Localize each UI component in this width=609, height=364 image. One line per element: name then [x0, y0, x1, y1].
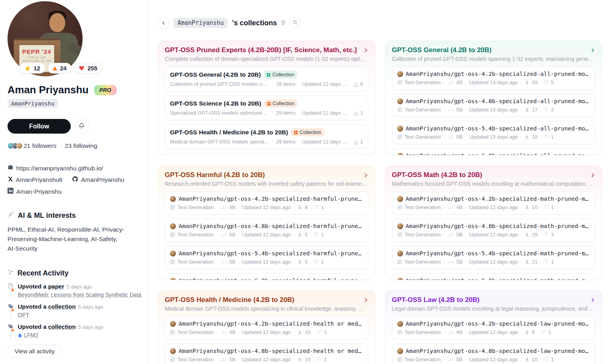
follow-button[interactable]: Follow [8, 119, 71, 134]
chevron-right-icon[interactable] [590, 48, 595, 53]
download-icon [297, 357, 302, 362]
model-params-icon: .:: [447, 330, 454, 335]
subcollection-row[interactable]: GPT-OSS General (4.2B to 20B)CollectionC… [165, 66, 368, 91]
back-button[interactable] [158, 17, 169, 28]
model-row[interactable]: AmanPriyanshu/gpt-oss-4.2b-specialized-m… [392, 191, 596, 215]
model-updated: Updated 12 days ago [242, 259, 291, 265]
chevron-right-icon[interactable] [363, 48, 368, 53]
activity-target-link[interactable]: BeyondWeb: Lessons from Scaling Syntheti… [18, 292, 142, 298]
follower-avatars [8, 143, 21, 149]
model-downloads: 18 [532, 134, 537, 140]
collections-count: 9 [281, 19, 285, 27]
model-downloads: 10 [532, 204, 537, 210]
activity-action-link[interactable]: collection [48, 323, 76, 330]
collection-card-description: Collection of pruned GPT-OSS models span… [392, 56, 596, 62]
download-icon [524, 232, 530, 237]
model-downloads: 59 [532, 79, 537, 85]
collection-grid-icon [294, 131, 298, 134]
model-downloads: 29 [532, 232, 537, 238]
pro-badge[interactable]: PRO [94, 85, 116, 95]
model-params-icon: .:: [447, 232, 454, 237]
model-owner-avatar [397, 71, 403, 77]
username-chip[interactable]: AmanPriyanshu [8, 99, 58, 108]
model-owner-avatar [170, 348, 176, 354]
collection-card[interactable]: GPT-OSS Harmful (4.2B to 20B)Research-or… [158, 166, 375, 280]
subcollection-item-count: 29 items [276, 139, 296, 145]
linkedin-handle[interactable]: Aman-Priyanshu [16, 188, 62, 195]
model-row[interactable]: AmanPriyanshu/gpt-oss-5.4b-specialized-a… [392, 121, 596, 144]
subcollection-row[interactable] [165, 153, 368, 155]
collection-card[interactable]: GPT-OSS Health / Medicine (4.2B to 20B)M… [158, 290, 375, 364]
collection-card-description: Legal domain GPT-OSS models excelling at… [392, 306, 596, 312]
collection-card[interactable]: GPT-OSS Math (4.2B to 20B)Mathematics-fo… [385, 166, 602, 280]
text-generation-task-icon [397, 232, 402, 237]
download-icon [297, 232, 302, 237]
model-row[interactable]: AmanPriyanshu/gpt-oss-4.8b-specialized-a… [392, 94, 596, 117]
chevron-right-icon[interactable] [590, 173, 595, 178]
model-owner-avatar [397, 278, 403, 281]
activity-action-link[interactable]: collection [48, 303, 76, 310]
model-row[interactable]: AmanPriyanshu/gpt-oss-4.2b-specialized-a… [392, 66, 596, 90]
activity-target-link[interactable]: LFM2 [18, 332, 140, 338]
header-username-chip[interactable]: AmanPriyanshu [173, 18, 228, 28]
upvote-outline-icon: △ [354, 139, 358, 145]
collection-card-title[interactable]: GPT-OSS Pruned Experts (4.2B-20B) [IF, S… [165, 46, 357, 54]
following-count[interactable]: 23 following [65, 142, 97, 149]
profile-stat-pill[interactable]: 255 [74, 63, 102, 74]
model-downloads: 10 [532, 356, 537, 362]
followers-count[interactable]: 21 followers [24, 142, 57, 149]
model-row[interactable]: AmanPriyanshu/gpt-oss-6.0b-specialized-m… [392, 273, 596, 280]
clap-icon [25, 65, 31, 72]
subcollection-description: Collection of pruned GPT-OSS models spa… [170, 81, 270, 87]
chevron-right-icon[interactable] [363, 298, 368, 303]
model-row[interactable]: AmanPriyanshu/gpt-oss-6.0b-specialized-h… [165, 273, 368, 280]
profile-stat-pill[interactable]: 24 [47, 63, 72, 74]
model-row[interactable]: AmanPriyanshu/gpt-oss-4.8b-specialized-h… [165, 343, 368, 364]
model-row[interactable]: AmanPriyanshu/gpt-oss-4.8b-specialized-m… [392, 219, 596, 242]
subcollection-row[interactable]: GPT-OSS Health / Medicine (4.2B to 20B)C… [165, 124, 368, 149]
download-icon [524, 259, 530, 264]
model-row[interactable]: AmanPriyanshu/gpt-oss-5.4b-specialized-h… [165, 246, 368, 269]
model-row[interactable]: AmanPriyanshu/gpt-oss-4.8b-specialized-l… [392, 343, 596, 364]
collection-card-title[interactable]: GPT-OSS Health / Medicine (4.2B to 20B) [165, 296, 294, 304]
chevron-right-icon[interactable] [590, 298, 595, 303]
collection-card-title[interactable]: GPT-OSS Law (4.2B to 20B) [392, 296, 480, 304]
linkedin-icon [8, 188, 13, 195]
model-size: 4B [229, 204, 236, 210]
model-row[interactable]: AmanPriyanshu/gpt-oss-4.8b-specialized-h… [165, 219, 368, 242]
model-size: 4B [229, 329, 236, 335]
download-icon [297, 259, 302, 264]
collection-card-description: Complete collection of domain-specialize… [165, 56, 368, 62]
subcollection-row[interactable]: GPT-OSS Science (4.2B to 20B)CollectionS… [165, 95, 368, 120]
model-owner-avatar [397, 196, 403, 202]
collection-card-title[interactable]: GPT-OSS Math (4.2B to 20B) [392, 171, 483, 179]
profile-name: Aman Priyanshu [8, 84, 89, 96]
model-owner-avatar [397, 321, 403, 327]
search-button[interactable] [289, 17, 300, 28]
twitter-handle[interactable]: AmanPriyanshu6 [16, 176, 62, 183]
activity-target-link[interactable]: OPT [18, 312, 140, 318]
notification-bell-button[interactable] [74, 119, 89, 134]
model-row[interactable]: AmanPriyanshu/gpt-oss-5.4b-specialized-m… [392, 246, 596, 269]
model-row[interactable]: AmanPriyanshu/gpt-oss-4.2b-specialized-l… [392, 316, 596, 339]
collection-card[interactable]: GPT-OSS Pruned Experts (4.2B-20B) [IF, S… [158, 41, 375, 155]
activity-action-link[interactable]: paper [48, 283, 64, 290]
model-row[interactable]: AmanPriyanshu/gpt-oss-6.0b-specialized-a… [392, 148, 596, 155]
upvote-triangle-icon [53, 66, 57, 70]
profile-stat-pill[interactable]: 12 [19, 63, 45, 74]
collection-card-title[interactable]: GPT-OSS Harmful (4.2B to 20B) [165, 171, 265, 179]
collection-card[interactable]: GPT-OSS Law (4.2B to 20B)Legal domain GP… [385, 290, 602, 364]
view-all-activity-button[interactable]: View all activity [8, 345, 62, 358]
website-link[interactable]: https://amanpriyanshu.github.io/ [16, 165, 103, 172]
model-row[interactable]: AmanPriyanshu/gpt-oss-4.2b-specialized-h… [165, 316, 368, 339]
collection-card-title[interactable]: GPT-OSS General (4.2B to 20B) [392, 46, 492, 54]
model-name: AmanPriyanshu/gpt-oss-6.0b-specialized-a… [406, 153, 590, 155]
collection-card[interactable]: GPT-OSS General (4.2B to 20B)Collection … [385, 41, 602, 155]
chevron-right-icon[interactable] [363, 173, 368, 178]
activity-action: Upvoted a collection5 days ago [18, 323, 140, 330]
github-handle[interactable]: AmanPriyanshu [81, 176, 124, 183]
model-row[interactable]: AmanPriyanshu/gpt-oss-4.2b-specialized-h… [165, 191, 368, 215]
model-name: AmanPriyanshu/gpt-oss-6.0b-specialized-h… [179, 277, 363, 280]
collection-card-description: Research-oriented GPT-OSS models with in… [165, 181, 368, 187]
x-twitter-icon [8, 176, 13, 183]
